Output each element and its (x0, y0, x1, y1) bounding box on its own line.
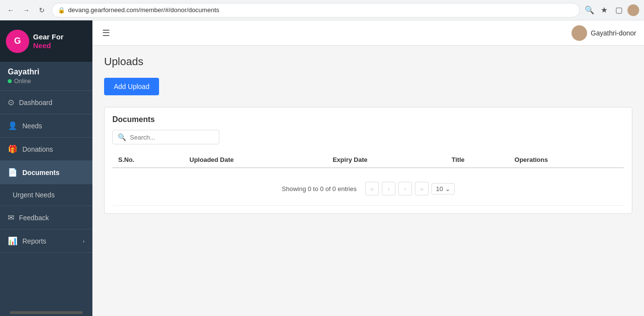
sidebar-item-dashboard[interactable]: ⊙ Dashboard (0, 91, 92, 114)
pagination-first-button[interactable]: « (365, 182, 379, 195)
sidebar-item-feedback-label: Feedback (19, 214, 49, 222)
sidebar-item-feedback[interactable]: ✉ Feedback (0, 206, 92, 229)
col-expiry-date: Expiry Date (327, 152, 446, 168)
top-bar-right: Gayathri-donor (572, 25, 636, 41)
bookmark-button[interactable]: ★ (598, 4, 610, 16)
forward-button[interactable]: → (20, 4, 32, 16)
sidebar-item-documents[interactable]: 📄 Documents (0, 161, 92, 184)
search-browser-button[interactable]: 🔍 (584, 4, 595, 16)
sidebar-nav: ⊙ Dashboard 👤 Needs 🎁 Donations 📄 Docume… (0, 91, 92, 311)
table-head: S.No. Uploaded Date Expiry Date Title Op… (112, 152, 624, 168)
documents-card: Documents 🔍 S.No. Uploaded Date Expiry D… (104, 107, 632, 214)
logo-gear-text: Gear For (33, 33, 64, 41)
page-title: Uploads (104, 55, 632, 68)
user-avatar (572, 25, 587, 41)
reports-expand-icon: › (83, 238, 85, 244)
extensions-button[interactable]: ▢ (613, 4, 625, 16)
page-size-chevron-icon: ⌄ (445, 185, 450, 193)
user-name: Gayathri (8, 68, 85, 76)
sidebar-item-reports-label: Reports (22, 237, 46, 245)
reports-icon: 📊 (8, 236, 18, 246)
top-user-name: Gayathri-donor (591, 29, 636, 37)
top-bar: ☰ Gayathri-donor (92, 20, 644, 46)
dashboard-icon: ⊙ (8, 98, 14, 107)
sidebar-item-dashboard-label: Dashboard (19, 99, 53, 106)
status-text: Online (14, 78, 31, 85)
col-uploaded-date: Uploaded Date (184, 152, 327, 168)
user-section: Gayathri Online (0, 62, 92, 91)
app-layout: G Gear For Need Gayathri Online ⊙ Dashbo… (0, 20, 644, 316)
col-title: Title (446, 152, 509, 168)
sidebar-item-needs[interactable]: 👤 Needs (0, 114, 92, 138)
sidebar-scrollbar[interactable] (10, 311, 83, 314)
sidebar-item-donations[interactable]: 🎁 Donations (0, 138, 92, 161)
logo-text: Gear For Need (33, 33, 64, 50)
documents-card-title: Documents (112, 115, 624, 124)
sidebar-item-needs-label: Needs (22, 122, 42, 130)
sidebar-item-urgent-needs-label: Urgent Needs (13, 191, 54, 199)
user-status: Online (8, 78, 85, 85)
pagination-last-button[interactable]: » (415, 182, 429, 195)
logo-initial: G (14, 36, 21, 46)
browser-actions: 🔍 ★ ▢ (584, 4, 639, 16)
back-button[interactable]: ← (5, 4, 17, 16)
page-size-value: 10 (436, 185, 443, 193)
sidebar-header: G Gear For Need (0, 20, 92, 62)
search-icon: 🔍 (118, 133, 126, 141)
sidebar-item-reports[interactable]: 📊 Reports › (0, 229, 92, 253)
documents-table: S.No. Uploaded Date Expiry Date Title Op… (112, 152, 624, 206)
col-operations: Operations (509, 152, 624, 168)
documents-icon: 📄 (8, 168, 18, 177)
sidebar-item-urgent-needs[interactable]: Urgent Needs (0, 184, 92, 206)
logo-circle: G (6, 30, 29, 53)
browser-profile-button[interactable] (627, 4, 639, 16)
url-input[interactable] (68, 6, 573, 14)
address-bar: 🔒 (52, 3, 580, 18)
search-box: 🔍 (112, 130, 219, 144)
logo-need-text: Need (33, 41, 51, 50)
pagination-next-button[interactable]: › (398, 182, 412, 195)
search-input[interactable] (130, 134, 214, 141)
feedback-icon: ✉ (8, 213, 14, 222)
hamburger-button[interactable]: ☰ (100, 26, 112, 40)
table-body: Showing 0 to 0 of 0 entries « ‹ › » 10 ⌄ (112, 168, 624, 206)
needs-icon: 👤 (8, 121, 18, 130)
table-empty-row: Showing 0 to 0 of 0 entries « ‹ › » 10 ⌄ (112, 168, 624, 206)
main-content: ☰ Gayathri-donor Uploads Add Upload Docu… (92, 20, 644, 316)
secure-icon: 🔒 (58, 7, 65, 14)
col-sno: S.No. (112, 152, 184, 168)
add-upload-button[interactable]: Add Upload (104, 78, 159, 95)
donations-icon: 🎁 (8, 144, 18, 154)
page-size-select[interactable]: 10 ⌄ (431, 183, 454, 194)
table-header-row: S.No. Uploaded Date Expiry Date Title Op… (112, 152, 624, 168)
page-content: Uploads Add Upload Documents 🔍 S.No. Upl… (92, 46, 644, 316)
sidebar: G Gear For Need Gayathri Online ⊙ Dashbo… (0, 20, 92, 316)
browser-bar: ← → ↻ 🔒 🔍 ★ ▢ (0, 0, 644, 20)
pagination-row: Showing 0 to 0 of 0 entries « ‹ › » 10 ⌄ (112, 176, 624, 197)
sidebar-item-documents-label: Documents (22, 169, 59, 176)
pagination-prev-button[interactable]: ‹ (382, 182, 395, 195)
sidebar-item-donations-label: Donations (22, 145, 53, 153)
status-dot (8, 79, 12, 83)
reload-button[interactable]: ↻ (36, 4, 48, 16)
pagination-showing-text: Showing 0 to 0 of 0 entries (282, 185, 357, 193)
